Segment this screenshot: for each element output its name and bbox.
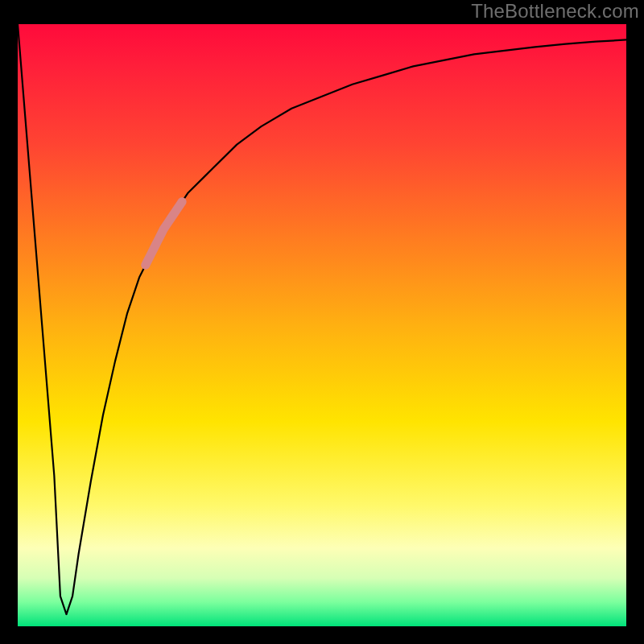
chart-frame: TheBottleneck.com <box>0 0 644 644</box>
curve-svg <box>18 24 626 626</box>
watermark-text: TheBottleneck.com <box>471 0 639 23</box>
bottleneck-curve <box>18 24 626 614</box>
plot-area <box>18 24 626 626</box>
highlight-marker <box>146 202 182 266</box>
